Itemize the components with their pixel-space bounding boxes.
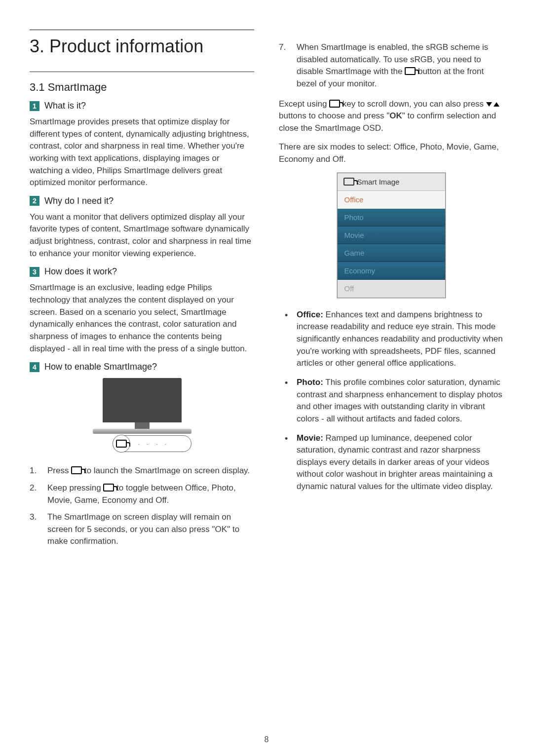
badge-2: 2 <box>30 196 39 206</box>
page-title: 3. Product information <box>30 30 254 57</box>
badge-1: 1 <box>30 101 39 111</box>
paragraph-why-need: You want a monitor that delivers optimiz… <box>30 211 254 260</box>
modes-list: Office: Enhances text and dampens bright… <box>279 309 503 493</box>
paragraph-except: Except using key to scroll down, you can… <box>279 98 503 135</box>
step-4: When SmartImage is enabled, the sRGB sch… <box>279 41 503 90</box>
osd-header: Smart Image <box>338 173 445 191</box>
monitor-smartimage-button <box>113 435 130 453</box>
osd-header-text: Smart Image <box>357 178 400 186</box>
mode-movie-text: Ramped up luminance, deepened color satu… <box>297 433 493 491</box>
except-b: key to scroll down, you can also press <box>340 99 486 109</box>
smartimage-icon <box>103 484 114 491</box>
osd-item-photo: Photo <box>338 209 445 227</box>
left-column: 3. Product information 3.1 SmartImage 1 … <box>30 30 254 556</box>
monitor-stand-base <box>93 429 191 434</box>
smartimage-icon <box>343 178 354 186</box>
paragraph-what-is-it: SmartImage provides presets that optimiz… <box>30 116 254 189</box>
mode-office-text: Enhances text and dampens brightness to … <box>297 310 503 368</box>
smartimage-icon <box>116 440 127 448</box>
badge-4: 4 <box>30 362 39 372</box>
arrow-up-icon <box>494 102 499 107</box>
step-1-text-b: to launch the SmartImage on screen displ… <box>82 466 250 475</box>
enable-steps: Press to launch the SmartImage on screen… <box>30 465 254 548</box>
heading-why-need: 2 Why do I need it? <box>30 196 254 206</box>
paragraph-how-work: SmartImage is an exclusive, leading edge… <box>30 282 254 355</box>
page-number: 8 <box>0 735 533 744</box>
right-column: When SmartImage is enabled, the sRGB sch… <box>279 30 503 556</box>
monitor-other-buttons: - - - - <box>138 441 170 447</box>
mode-office-label: Office: <box>297 310 323 319</box>
smartimage-icon <box>71 466 82 474</box>
heading-text-1: What is it? <box>44 101 86 111</box>
enable-steps-continued: When SmartImage is enabled, the sRGB sch… <box>279 41 503 90</box>
except-a: Except using <box>279 99 329 109</box>
smartimage-icon <box>405 67 416 75</box>
heading-how-work: 3 How does it work? <box>30 266 254 277</box>
step-3: The SmartImage on screen display will re… <box>30 511 254 548</box>
mode-office: Office: Enhances text and dampens bright… <box>279 309 503 370</box>
paragraph-six-modes: There are six modes to select: Office, P… <box>279 141 503 165</box>
step-2-text-a: Keep pressing <box>47 483 103 492</box>
smartimage-icon <box>329 100 340 108</box>
heading-text-4: How to enable SmartImage? <box>44 362 157 372</box>
badge-3: 3 <box>30 267 39 277</box>
monitor-illustration: - - - - <box>78 377 206 456</box>
heading-what-is-it: 1 What is it? <box>30 101 254 111</box>
heading-text-3: How does it work? <box>44 266 117 277</box>
osd-item-office: Office <box>338 191 445 209</box>
osd-item-off: Off <box>338 280 445 298</box>
section-title: 3.1 SmartImage <box>30 72 254 94</box>
mode-photo-label: Photo: <box>297 378 323 387</box>
mode-photo-text: This profile combines color saturation, … <box>297 378 502 423</box>
osd-menu: Smart Image Office Photo Movie Game Econ… <box>337 173 446 298</box>
monitor-button-strip: - - - - <box>113 435 191 452</box>
heading-text-2: Why do I need it? <box>44 196 114 206</box>
mode-movie-label: Movie: <box>297 433 323 443</box>
heading-how-enable: 4 How to enable SmartImage? <box>30 362 254 372</box>
monitor-stand-neck <box>135 422 150 429</box>
osd-item-economy: Economy <box>338 262 445 280</box>
ok-label: OK <box>389 111 402 120</box>
osd-item-game: Game <box>338 244 445 262</box>
arrow-down-icon <box>486 102 492 107</box>
step-1: Press to launch the SmartImage on screen… <box>30 465 254 477</box>
mode-movie: Movie: Ramped up luminance, deepened col… <box>279 432 503 493</box>
step-2: Keep pressing to toggle between Office, … <box>30 482 254 506</box>
mode-photo: Photo: This profile combines color satur… <box>279 377 503 425</box>
step-1-text-a: Press <box>47 466 71 475</box>
except-c: buttons to choose and press " <box>279 111 389 120</box>
monitor-screen <box>103 378 182 422</box>
osd-item-movie: Movie <box>338 227 445 244</box>
